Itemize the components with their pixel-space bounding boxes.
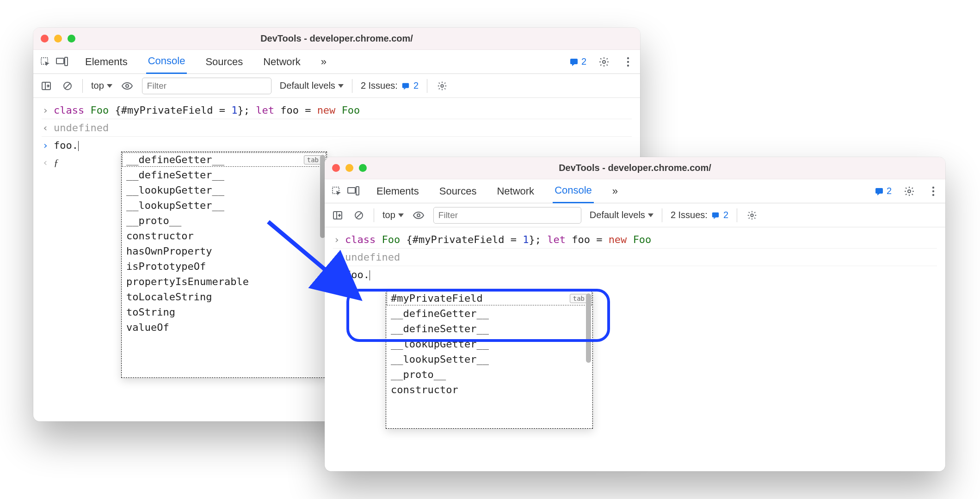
svg-point-19 [932, 186, 934, 188]
kebab-menu-icon[interactable] [622, 55, 635, 68]
live-expression-icon[interactable] [412, 209, 425, 222]
svg-point-11 [126, 85, 129, 87]
separator [374, 208, 374, 222]
autocomplete-item[interactable]: constructor [122, 228, 327, 243]
tabs-overflow[interactable]: » [319, 50, 328, 74]
autocomplete-item[interactable]: isPrototypeOf [122, 259, 327, 274]
code-line: class Foo {#myPrivateField = 1}; let foo… [54, 104, 360, 116]
devtools-tabbar: Elements Console Sources Network » 2 [33, 50, 640, 74]
live-expression-icon[interactable] [121, 79, 134, 92]
titlebar[interactable]: DevTools - developer.chrome.com/ [33, 28, 640, 50]
tab-key-hint: tab [304, 155, 322, 164]
svg-rect-2 [65, 57, 68, 66]
autocomplete-item[interactable]: valueOf [122, 320, 327, 335]
svg-point-7 [627, 64, 629, 66]
tab-elements[interactable]: Elements [375, 179, 421, 203]
filter-input[interactable] [142, 78, 271, 94]
issues-indicator[interactable]: 2 [875, 186, 892, 196]
close-icon[interactable] [41, 35, 49, 43]
close-icon[interactable] [332, 164, 340, 172]
autocomplete-item[interactable]: toLocaleString [122, 289, 327, 304]
traffic-lights[interactable] [41, 35, 75, 43]
autocomplete-item[interactable]: __defineSetter__ [122, 167, 327, 183]
device-toolbar-icon[interactable] [347, 185, 360, 198]
inspect-element-icon[interactable] [330, 185, 343, 198]
svg-rect-12 [402, 83, 409, 88]
console-output: › undefined [42, 119, 632, 136]
svg-point-27 [751, 214, 753, 217]
tab-sources[interactable]: Sources [203, 50, 245, 74]
tab-network[interactable]: Network [261, 50, 302, 74]
svg-point-6 [627, 61, 629, 62]
tab-elements[interactable]: Elements [83, 50, 129, 74]
autocomplete-item[interactable]: __lookupGetter__ [122, 183, 327, 198]
console-input-past: › class Foo {#myPrivateField = 1}; let f… [333, 231, 937, 248]
chevron-down-icon [398, 213, 404, 217]
tab-network[interactable]: Network [495, 179, 536, 203]
chevron-left-icon: › [42, 122, 49, 134]
minimize-icon[interactable] [345, 164, 353, 172]
chevron-right-icon: › [333, 234, 340, 245]
console-input-text[interactable]: foo. [54, 140, 79, 151]
console-settings-icon[interactable] [436, 79, 449, 92]
console-toolbar: top Default levels 2 Issues: 2 [325, 203, 945, 227]
separator [737, 208, 737, 222]
svg-rect-15 [348, 188, 355, 193]
autocomplete-item[interactable]: __proto__ [122, 213, 327, 228]
log-levels-selector[interactable]: Default levels [280, 80, 344, 91]
toggle-sidebar-icon[interactable] [40, 79, 53, 92]
zoom-icon[interactable] [68, 35, 75, 43]
device-toolbar-icon[interactable] [55, 55, 68, 68]
autocomplete-item[interactable]: toString [122, 304, 327, 320]
chevron-right-icon: › [333, 269, 340, 280]
svg-line-24 [356, 213, 362, 218]
svg-rect-16 [356, 187, 359, 195]
svg-point-25 [417, 214, 420, 217]
clear-console-icon[interactable] [61, 79, 74, 92]
autocomplete-item[interactable]: constructor [386, 382, 592, 397]
toggle-sidebar-icon[interactable] [331, 209, 344, 222]
tabs-overflow[interactable]: » [610, 179, 620, 203]
tab-sources[interactable]: Sources [438, 179, 479, 203]
zoom-icon[interactable] [359, 164, 367, 172]
svg-point-21 [932, 194, 934, 195]
tab-console[interactable]: Console [553, 179, 594, 203]
issues-summary[interactable]: 2 Issues: 2 [671, 210, 728, 220]
svg-point-18 [908, 190, 911, 193]
minimize-icon[interactable] [54, 35, 62, 43]
svg-rect-3 [570, 59, 578, 64]
gear-icon[interactable] [598, 55, 610, 68]
filter-input[interactable] [433, 207, 581, 224]
titlebar[interactable]: DevTools - developer.chrome.com/ [325, 157, 945, 179]
svg-point-5 [627, 57, 629, 59]
inspect-element-icon[interactable] [39, 55, 52, 68]
console-input-current[interactable]: › foo. [333, 266, 937, 283]
svg-line-10 [65, 83, 70, 89]
tab-console[interactable]: Console [146, 50, 187, 74]
chevron-down-icon [338, 84, 344, 88]
console-output: › undefined [333, 248, 937, 266]
autocomplete-item[interactable]: __lookupSetter__ [386, 352, 592, 367]
kebab-menu-icon[interactable] [927, 185, 940, 198]
issues-indicator[interactable]: 2 [569, 56, 586, 67]
annotation-highlight [346, 289, 610, 342]
traffic-lights[interactable] [332, 164, 367, 172]
context-selector[interactable]: top [382, 210, 404, 220]
console-input-past: › class Foo {#myPrivateField = 1}; let f… [42, 102, 632, 119]
separator [82, 79, 83, 93]
autocomplete-item[interactable]: __defineGetter__ tab [122, 152, 327, 167]
gear-icon[interactable] [903, 185, 916, 198]
code-line: class Foo {#myPrivateField = 1}; let foo… [345, 234, 651, 245]
autocomplete-item[interactable]: propertyIsEnumerable [122, 274, 327, 289]
console-input-text[interactable]: foo. [345, 269, 370, 280]
svg-point-13 [441, 85, 444, 87]
autocomplete-item[interactable]: __lookupSetter__ [122, 198, 327, 213]
autocomplete-item[interactable]: hasOwnProperty [122, 243, 327, 259]
issues-summary[interactable]: 2 Issues: 2 [361, 80, 419, 91]
log-levels-selector[interactable]: Default levels [590, 210, 653, 220]
autocomplete-item[interactable]: __proto__ [386, 367, 592, 382]
autocomplete-popup[interactable]: __defineGetter__ tab __defineSetter__ __… [121, 152, 327, 378]
console-settings-icon[interactable] [746, 209, 758, 222]
context-selector[interactable]: top [91, 80, 112, 91]
clear-console-icon[interactable] [352, 209, 365, 222]
